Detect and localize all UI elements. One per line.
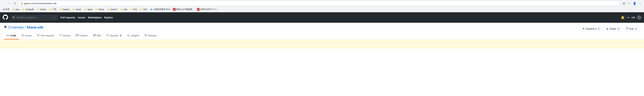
insights-icon [128, 34, 130, 37]
watch-count: 1 [597, 28, 601, 30]
folder-icon: 📁 [60, 8, 62, 11]
plus-button[interactable]: + ▾ [626, 16, 630, 19]
browser-chrome: ← → ↻ 🔒 github.com/CCweixiao/hbase-sdk ⊞… [0, 0, 644, 12]
nav-pull-requests[interactable]: Pull requests [60, 16, 75, 19]
apps-icon: ⊞ [3, 8, 5, 11]
notification-badge [624, 15, 625, 17]
bookmark-flink-label: flink [134, 8, 137, 11]
bookmark-mongodb[interactable]: 📁 mongodb [21, 8, 35, 11]
repo-header: CCweixiao / hbase-sdk 👁 Unwatch ▾ 1 ★ Un… [0, 23, 644, 40]
github-logo[interactable] [3, 15, 8, 21]
security-icon [106, 34, 109, 37]
nav-marketplace[interactable]: Marketplace [88, 16, 102, 19]
settings-icon [144, 34, 147, 37]
bookmark-flink[interactable]: 📁 flink [129, 8, 138, 11]
issue-icon [22, 34, 24, 37]
search-kbd: / [53, 16, 56, 19]
fork-label: Fork [629, 28, 634, 30]
tab-security[interactable]: Security 1 [104, 32, 125, 39]
bookmark-mongodb-label: mongodb [26, 8, 34, 11]
folder-icon: 📁 [140, 8, 142, 11]
bookmark-server-label: server [76, 8, 81, 11]
search-icon: 🔍 [12, 16, 15, 19]
bookmark-wechat-template-label: 微信公众号模版配... [176, 8, 194, 11]
wiki-icon [93, 34, 96, 37]
plus-chevron-icon: ▾ [628, 16, 630, 19]
tab-projects[interactable]: Projects [73, 32, 90, 39]
fork-button[interactable]: Fork 1 [624, 26, 640, 31]
bookmark-apps[interactable]: ⊞ 应用 [2, 8, 11, 11]
notice-area [0, 40, 644, 48]
tab-code[interactable]: <> Code [4, 32, 19, 39]
tab-pull-requests[interactable]: Pull requests [34, 32, 57, 39]
tab-settings[interactable]: Settings [142, 32, 159, 39]
forward-button[interactable]: → [7, 1, 12, 6]
tab-settings-label: Settings [148, 34, 156, 37]
bookmark-server[interactable]: 📁 server [71, 8, 82, 11]
bookmark-docker-label: docker [40, 8, 46, 11]
notifications-button[interactable]: 🔔 [620, 15, 625, 20]
projects-icon [76, 34, 78, 37]
folder-icon: 📁 [120, 8, 123, 11]
menu-button[interactable]: ⋮ [638, 1, 642, 6]
repo-actions: 👁 Unwatch ▾ 1 ★ Unstar 4 Fork 1 [580, 26, 640, 31]
tab-wiki[interactable]: Wiki [90, 32, 104, 39]
nav-explore[interactable]: Explore [104, 16, 113, 19]
bookmark-java[interactable]: 📁 java [11, 8, 21, 11]
tab-actions[interactable]: Actions [57, 32, 73, 39]
repo-breadcrumb-row: CCweixiao / hbase-sdk 👁 Unwatch ▾ 1 ★ Un… [4, 25, 640, 32]
bookmark-hbase-label: hbase [98, 8, 104, 11]
folder-icon: 📁 [96, 8, 98, 11]
back-button[interactable]: ← [2, 1, 6, 6]
bookmark-tools[interactable]: 📁 工具 [48, 8, 58, 11]
user-avatar[interactable] [637, 15, 641, 20]
code-icon: <> [7, 34, 10, 37]
folder-icon: 📁 [72, 8, 75, 11]
centos-handle-icon: 微 [197, 8, 200, 11]
repo-owner[interactable]: CCweixiao [8, 25, 24, 29]
watch-button[interactable]: 👁 Unwatch ▾ 1 [580, 26, 603, 31]
repo-tabs: <> Code Issues Pull requests Actions P [4, 32, 640, 39]
bookmark-tools-label: 工具 [52, 8, 56, 11]
bookmark-wechat-format[interactable]: N. 让微信排版变 Nice [149, 8, 171, 11]
repo-name[interactable]: hbase-sdk [27, 25, 43, 29]
star-icon: ★ [606, 28, 608, 30]
split-icon-button[interactable]: ⊟ ▾ [631, 15, 636, 20]
bookmark-spark[interactable]: 📁 spark [83, 8, 94, 11]
tab-pr-label: Pull requests [40, 34, 54, 37]
address-bar[interactable]: 🔒 github.com/CCweixiao/hbase-sdk [18, 1, 620, 6]
tab-insights[interactable]: Insights [125, 32, 142, 39]
url-text: github.com/CCweixiao/hbase-sdk [24, 2, 618, 5]
refresh-button[interactable]: ↻ [12, 1, 17, 6]
tab-code-label: Code [10, 34, 16, 37]
split-chevron-icon: ▾ [634, 16, 635, 19]
bookmark-centos7[interactable]: 📁 centos7 [106, 8, 119, 11]
tab-issues-label: Issues [25, 34, 32, 37]
nav-issues[interactable]: Issues [78, 16, 85, 19]
lock-icon: 🔒 [21, 2, 23, 5]
bookmark-web[interactable]: 📁 web [119, 8, 129, 11]
tab-actions-label: Actions [63, 34, 70, 37]
eye-icon: 👁 [582, 28, 585, 30]
github-header: 🔍 Search or jump to... / Pull requests I… [0, 12, 644, 23]
unstar-button[interactable]: ★ Unstar 4 [604, 26, 622, 31]
tab-insights-label: Insights [131, 34, 139, 37]
bookmark-centos-handle[interactable]: 微 处理CentOS 7.2 x... [196, 8, 219, 11]
search-box[interactable]: 🔍 Search or jump to... / [11, 15, 58, 20]
star-button[interactable]: ☆ [627, 1, 632, 6]
bookmark-hadoop[interactable]: 📁 hadoop [58, 8, 71, 11]
bookmark-hbase[interactable]: 📁 hbase [94, 8, 106, 11]
tab-issues[interactable]: Issues [19, 32, 34, 39]
browser-toolbar: ← → ↻ 🔒 github.com/CCweixiao/hbase-sdk ⊞… [0, 0, 644, 7]
fork-icon [626, 27, 628, 30]
bookmark-legal[interactable]: 📁 合法 [139, 8, 149, 11]
folder-icon: 📁 [12, 8, 15, 11]
bookmarks-bar: ⊞ 应用 📁 java 📁 mongodb 📁 docker 📁 工具 📁 ha… [0, 7, 644, 12]
bookmark-docker[interactable]: 📁 docker [36, 8, 48, 11]
account-button[interactable]: 👤 [632, 1, 637, 6]
bookmark-wechat-template[interactable]: 微 微信公众号模版配... [172, 8, 195, 11]
extensions-button[interactable]: ⊞ [622, 1, 626, 6]
bookmark-centos-handle-label: 处理CentOS 7.2 x... [200, 8, 218, 11]
github-nav: Pull requests Issues Marketplace Explore [60, 16, 113, 19]
plus-icon: + [626, 16, 628, 19]
